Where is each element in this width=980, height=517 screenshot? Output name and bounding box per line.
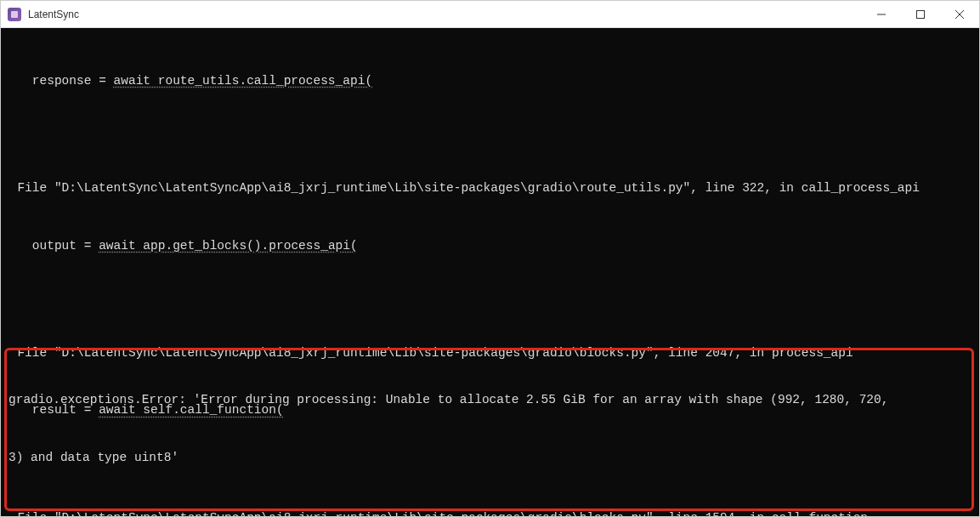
maximize-button[interactable] xyxy=(901,1,940,27)
close-button[interactable] xyxy=(940,1,979,27)
app-window: LatentSync response = await route_utils.… xyxy=(0,0,980,517)
trace-line: File "D:\LatentSync\LatentSyncApp\ai8_jx… xyxy=(1,179,979,197)
window-controls xyxy=(862,1,979,27)
error-line: 3) and data type uint8' xyxy=(8,448,970,467)
app-icon xyxy=(8,8,21,21)
svg-rect-0 xyxy=(11,11,18,18)
minimize-button[interactable] xyxy=(862,1,901,27)
error-highlight-box: gradio.exceptions.Error: 'Error during p… xyxy=(4,348,974,511)
error-line: gradio.exceptions.Error: 'Error during p… xyxy=(8,390,970,409)
titlebar: LatentSync xyxy=(1,1,979,28)
window-title: LatentSync xyxy=(28,9,862,20)
trace-line: output = await app.get_blocks().process_… xyxy=(1,236,979,255)
trace-line: response = await route_utils.call_proces… xyxy=(1,71,979,90)
svg-rect-2 xyxy=(917,10,925,18)
console-output: response = await route_utils.call_proces… xyxy=(1,28,979,516)
